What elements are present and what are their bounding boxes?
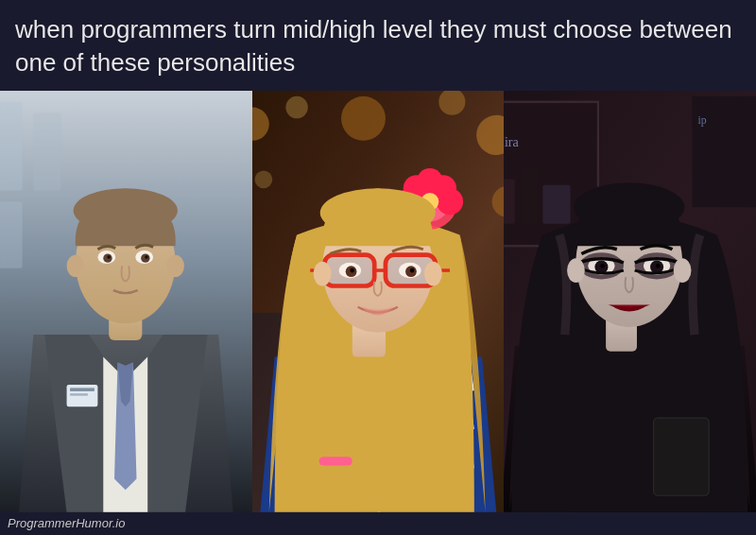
svg-point-26	[285, 96, 307, 118]
svg-text:Mira: Mira	[504, 134, 520, 149]
svg-point-97	[567, 258, 585, 283]
svg-point-22	[67, 255, 85, 277]
svg-text:ip: ip	[698, 114, 707, 127]
svg-point-93	[601, 264, 606, 268]
svg-point-70	[424, 262, 442, 286]
svg-point-67	[350, 268, 354, 273]
svg-point-21	[145, 255, 148, 259]
svg-point-20	[107, 255, 111, 259]
svg-rect-12	[70, 393, 88, 395]
footer-text: ProgrammerHumor.io	[8, 516, 126, 530]
svg-rect-71	[318, 457, 352, 465]
header-text: when programmers turn mid/high level the…	[15, 15, 732, 77]
meme-footer: ProgrammerHumor.io	[0, 512, 756, 535]
svg-rect-3	[0, 202, 23, 268]
svg-rect-1	[0, 102, 23, 191]
svg-point-69	[313, 262, 331, 286]
svg-point-49	[416, 168, 442, 195]
svg-point-94	[656, 264, 661, 268]
svg-point-68	[409, 268, 414, 273]
svg-point-30	[254, 171, 272, 189]
image-panel-2	[252, 91, 505, 512]
svg-rect-11	[70, 388, 94, 392]
svg-rect-78	[504, 180, 515, 224]
svg-rect-96	[654, 418, 710, 495]
svg-rect-2	[33, 113, 60, 191]
svg-point-23	[166, 255, 184, 277]
svg-rect-76	[693, 96, 756, 207]
meme-container: when programmers turn mid/high level the…	[0, 0, 756, 535]
svg-rect-79	[521, 168, 538, 224]
image-panel-3: Mira ip	[504, 91, 756, 512]
meme-header: when programmers turn mid/high level the…	[0, 0, 756, 91]
svg-rect-80	[543, 185, 571, 224]
meme-images: Mira ip	[0, 91, 756, 512]
svg-point-98	[674, 258, 692, 283]
svg-point-27	[341, 96, 386, 141]
svg-point-51	[437, 188, 463, 215]
image-panel-1	[0, 91, 252, 512]
